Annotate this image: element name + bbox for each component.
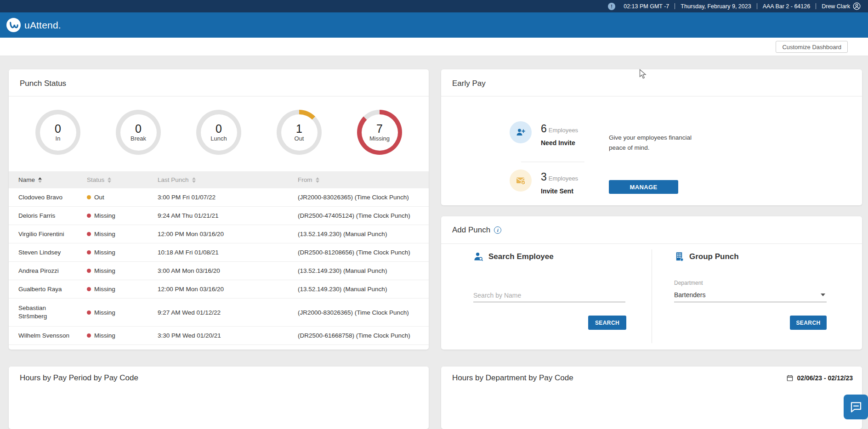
table-row[interactable]: Sebastian Stršmberg Missing 9:27 AM Wed … bbox=[9, 299, 429, 327]
punch-status-stat: 7 Missing bbox=[357, 110, 402, 155]
clock-time: 02:13 PM GMT -7 bbox=[624, 3, 669, 10]
stat-value: 1 bbox=[296, 123, 302, 135]
user-name: Drew Clark bbox=[822, 3, 850, 10]
last-punch: 12:00 PM Mon 03/16/20 bbox=[158, 280, 298, 299]
uattend-logo[interactable]: uAttend. bbox=[6, 18, 61, 32]
table-row[interactable]: Gualberto Raya Missing 12:00 PM Mon 03/1… bbox=[9, 280, 429, 299]
sort-icon bbox=[316, 177, 319, 183]
table-row[interactable]: Deloris Farris Missing 9:24 AM Thu 01/21… bbox=[9, 207, 429, 225]
alert-info-icon[interactable]: ! bbox=[608, 3, 615, 10]
last-punch: 9:27 AM Wed 01/12/22 bbox=[158, 299, 298, 327]
search-employee-section-header: Search Employee bbox=[473, 251, 554, 262]
table-row[interactable]: Wilhelm Svensson Missing 3:30 PM Wed 01/… bbox=[9, 327, 429, 345]
group-punch-section-header: Group Punch bbox=[674, 251, 739, 262]
search-by-name-input[interactable] bbox=[473, 289, 625, 302]
top-utility-bar: ! 02:13 PM GMT -7 Thursday, February 9, … bbox=[0, 0, 868, 12]
employee-name: Deloris Farris bbox=[18, 212, 55, 219]
search-employee-button[interactable]: SEARCH bbox=[588, 316, 626, 330]
punch-status-table: Name Status Last Punch From Cl bbox=[9, 171, 429, 345]
donut-ring: 0 Break bbox=[116, 110, 161, 155]
group-punch-heading: Group Punch bbox=[689, 252, 739, 261]
current-date: Thursday, February 9, 2023 bbox=[681, 3, 751, 10]
main-navbar: uAttend. bbox=[0, 12, 868, 38]
donut-ring: 0 In bbox=[35, 110, 80, 155]
invite-sent-icon-badge bbox=[510, 169, 532, 192]
table-row[interactable]: Andrea Pirozzi Missing 3:00 AM Mon 03/16… bbox=[9, 262, 429, 280]
last-punch: 12:00 PM Mon 03/16/20 bbox=[158, 225, 298, 243]
chat-widget-button[interactable] bbox=[844, 395, 868, 419]
stat-value: 7 bbox=[376, 123, 383, 135]
manage-button[interactable]: MANAGE bbox=[609, 180, 678, 194]
column-header[interactable]: Name bbox=[9, 171, 87, 188]
employee-name: Clodoveo Bravo bbox=[18, 194, 62, 201]
add-punch-card: Add Punch i Search Employee SEARCH bbox=[441, 216, 862, 350]
punch-status-stat: 1 Out bbox=[277, 110, 322, 155]
punch-status-card: Punch Status 0 In 0 Break 0 Lunch 1 bbox=[9, 69, 429, 350]
add-punch-title: Add Punch bbox=[452, 226, 490, 235]
account-name: AAA Bar 2 - 64126 bbox=[763, 3, 811, 10]
hours-by-department-title: Hours by Department by Pay Code bbox=[452, 373, 573, 383]
status-text: Missing bbox=[94, 309, 115, 316]
invite-sent-label: Invite Sent bbox=[541, 187, 578, 195]
sort-icon bbox=[38, 177, 42, 183]
need-invite-label: Need Invite bbox=[541, 139, 578, 147]
info-icon[interactable]: i bbox=[494, 226, 501, 234]
punch-status-stat: 0 Lunch bbox=[196, 110, 241, 155]
chat-bubble-icon bbox=[849, 400, 863, 414]
last-punch: 3:00 AM Mon 03/16/20 bbox=[158, 262, 298, 280]
hours-by-pay-period-title: Hours by Pay Period by Pay Code bbox=[20, 373, 138, 383]
customize-dashboard-button[interactable]: Customize Dashboard bbox=[776, 41, 848, 53]
employee-name: Gualberto Raya bbox=[18, 286, 62, 293]
last-punch: 3:00 PM Fri 01/07/22 bbox=[158, 188, 298, 207]
stat-value: 0 bbox=[135, 123, 142, 135]
donut-ring: 7 Missing bbox=[357, 110, 402, 155]
toolbar-strip: Customize Dashboard bbox=[0, 38, 868, 56]
status-text: Missing bbox=[94, 231, 115, 237]
department-select[interactable]: Bartenders bbox=[674, 288, 827, 302]
status-dot bbox=[87, 232, 91, 236]
column-header[interactable]: Status bbox=[87, 171, 158, 188]
user-menu[interactable]: Drew Clark bbox=[822, 2, 861, 10]
add-user-icon-badge bbox=[510, 121, 532, 143]
employee-name: Sebastian Stršmberg bbox=[18, 304, 55, 321]
table-row[interactable]: Virgilio Fiorentini Missing 12:00 PM Mon… bbox=[9, 225, 429, 243]
divider bbox=[652, 249, 652, 343]
stat-label: In bbox=[56, 135, 61, 142]
table-row[interactable]: Steven Lindsey Missing 10:18 AM Fri 01/0… bbox=[9, 243, 429, 262]
need-invite-unit: Employees bbox=[549, 127, 578, 134]
invite-sent-unit: Employees bbox=[549, 175, 578, 182]
punch-from: (13.52.149.230) (Manual Punch) bbox=[298, 280, 429, 299]
status-dot bbox=[87, 269, 91, 273]
last-punch: 10:18 AM Fri 01/08/21 bbox=[158, 243, 298, 262]
stat-label: Lunch bbox=[210, 135, 227, 142]
brand-name: uAttend. bbox=[24, 20, 61, 31]
status-text: Out bbox=[94, 194, 104, 201]
punch-from: (DR2500-47405124) (Time Clock Punch) bbox=[298, 207, 429, 225]
column-header[interactable]: Last Punch bbox=[158, 171, 298, 188]
department-label: Department bbox=[674, 280, 703, 286]
date-range-text: 02/06/23 - 02/12/23 bbox=[797, 374, 853, 382]
need-invite-count: 6 bbox=[541, 123, 547, 135]
status-text: Missing bbox=[94, 332, 115, 339]
status-text: Missing bbox=[94, 267, 115, 274]
status-dot bbox=[87, 250, 91, 254]
table-row[interactable]: Clodoveo Bravo Out 3:00 PM Fri 01/07/22 … bbox=[9, 188, 429, 207]
punch-from: (JR2000-83026365) (Time Clock Punch) bbox=[298, 299, 429, 327]
search-employee-heading: Search Employee bbox=[488, 252, 554, 261]
group-punch-search-button[interactable]: SEARCH bbox=[790, 316, 827, 330]
date-range-picker[interactable]: 02/06/23 - 02/12/23 bbox=[786, 374, 853, 382]
status-text: Missing bbox=[94, 249, 115, 256]
mail-check-icon bbox=[515, 175, 526, 186]
chevron-down-icon bbox=[821, 294, 825, 296]
dashboard-page: Punch Status 0 In 0 Break 0 Lunch 1 bbox=[0, 56, 868, 429]
sort-icon bbox=[192, 177, 196, 183]
table-header-row: Name Status Last Punch From bbox=[9, 171, 429, 188]
status-text: Missing bbox=[94, 286, 115, 293]
early-pay-card: Early Pay 6Employees Need Invite bbox=[441, 69, 862, 205]
need-invite-stat: 6Employees Need Invite bbox=[541, 123, 578, 147]
department-value: Bartenders bbox=[674, 291, 705, 299]
punch-from: (13.52.149.230) (Manual Punch) bbox=[298, 225, 429, 243]
punch-status-title: Punch Status bbox=[20, 79, 66, 88]
column-header[interactable]: From bbox=[298, 171, 429, 188]
punch-from: (DR2500-61668758) (Time Clock Punch) bbox=[298, 327, 429, 345]
